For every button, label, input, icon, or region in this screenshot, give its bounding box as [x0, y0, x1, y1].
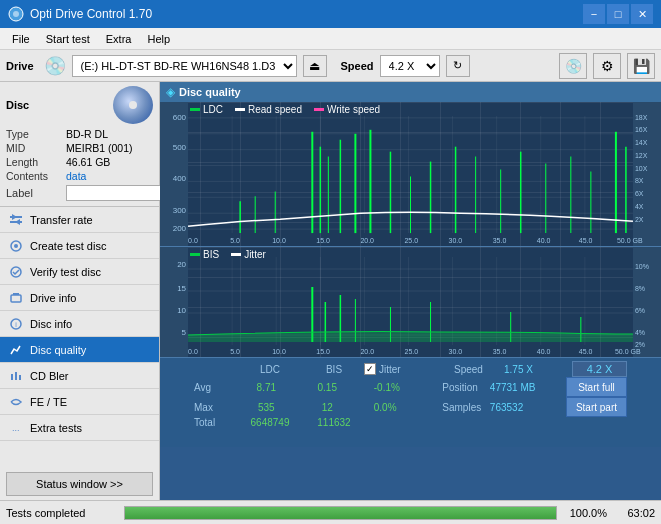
speed-select[interactable]: 4.2 X: [380, 55, 440, 77]
svg-text:35.0: 35.0: [493, 348, 507, 355]
start-full-button[interactable]: Start full: [566, 377, 627, 397]
save-button[interactable]: 💾: [627, 53, 655, 79]
window-title: Opti Drive Control 1.70: [30, 7, 583, 21]
svg-text:300: 300: [173, 206, 187, 215]
stats-samples-value: 763532: [490, 402, 566, 413]
menu-extra[interactable]: Extra: [98, 31, 140, 47]
stats-position-label: Position: [442, 382, 490, 393]
sidebar-item-fe-te[interactable]: FE / TE: [0, 389, 159, 415]
svg-rect-14: [15, 372, 17, 380]
svg-marker-3: [12, 214, 17, 220]
window-controls: − □ ✕: [583, 4, 653, 24]
maximize-button[interactable]: □: [607, 4, 629, 24]
svg-text:6%: 6%: [635, 307, 645, 314]
disc-label-row: Label 🔍: [6, 184, 153, 202]
disc-length-value: 46.61 GB: [66, 156, 110, 168]
minimize-button[interactable]: −: [583, 4, 605, 24]
svg-text:10%: 10%: [635, 263, 649, 270]
svg-text:5: 5: [182, 328, 187, 337]
svg-text:8X: 8X: [635, 177, 644, 184]
stats-total-ldc: 6648749: [236, 417, 304, 428]
svg-text:10X: 10X: [635, 165, 648, 172]
svg-text:10.0: 10.0: [272, 348, 286, 355]
disc-mid-label: MID: [6, 142, 66, 154]
svg-text:15.0: 15.0: [316, 348, 330, 355]
sidebar-navigation: Transfer rate Create test disc Verify te…: [0, 207, 159, 468]
sidebar-item-disc-info[interactable]: i Disc info: [0, 311, 159, 337]
svg-text:6X: 6X: [635, 190, 644, 197]
drive-select[interactable]: (E:) HL-DT-ST BD-RE WH16NS48 1.D3: [72, 55, 297, 77]
stats-ldc-header: LDC: [236, 364, 304, 375]
stats-avg-jitter: -0.1%: [356, 382, 443, 393]
menu-file[interactable]: File: [4, 31, 38, 47]
sidebar-item-verify-test-disc[interactable]: Verify test disc: [0, 259, 159, 285]
disc-contents-value: data: [66, 170, 86, 182]
disc-length-row: Length 46.61 GB: [6, 156, 153, 168]
menu-start-test[interactable]: Start test: [38, 31, 98, 47]
disc-icon: [113, 86, 153, 124]
create-test-icon: [8, 238, 24, 254]
svg-text:25.0: 25.0: [404, 348, 418, 355]
stats-avg-bis: 0.15: [299, 382, 356, 393]
eject-button[interactable]: ⏏: [303, 55, 327, 77]
sidebar-label-verify-test-disc: Verify test disc: [30, 266, 101, 278]
jitter-checkbox[interactable]: ✓: [364, 363, 376, 375]
start-part-button[interactable]: Start part: [566, 397, 627, 417]
disc-label-key: Label: [6, 187, 66, 199]
close-button[interactable]: ✕: [631, 4, 653, 24]
disc-info-icon: i: [8, 316, 24, 332]
svg-rect-10: [13, 293, 19, 295]
svg-point-1: [13, 11, 19, 17]
disc-section: Disc Type BD-R DL MID MEIRB1 (001) Lengt…: [0, 82, 159, 207]
sidebar-item-create-test-disc[interactable]: Create test disc: [0, 233, 159, 259]
svg-text:20: 20: [177, 260, 186, 269]
svg-rect-9: [11, 295, 21, 302]
disc-button[interactable]: 💿: [559, 53, 587, 79]
stats-max-ldc: 535: [234, 402, 299, 413]
disc-quality-icon: [8, 342, 24, 358]
svg-text:25.0: 25.0: [404, 237, 418, 244]
svg-text:5.0: 5.0: [230, 237, 240, 244]
stats-avg-ldc: 8.71: [234, 382, 299, 393]
svg-text:10.0: 10.0: [272, 237, 286, 244]
sidebar-label-transfer-rate: Transfer rate: [30, 214, 93, 226]
chart-title-icon: ◈: [166, 85, 175, 99]
app-icon: [8, 6, 24, 22]
sidebar-label-disc-quality: Disc quality: [30, 344, 86, 356]
status-window-button[interactable]: Status window >>: [6, 472, 153, 496]
sidebar-item-cd-bler[interactable]: CD Bler: [0, 363, 159, 389]
svg-text:...: ...: [12, 423, 20, 433]
drive-label: Drive: [6, 60, 34, 72]
refresh-button[interactable]: ↻: [446, 55, 470, 77]
settings-button[interactable]: ⚙: [593, 53, 621, 79]
svg-text:8%: 8%: [635, 285, 645, 292]
stats-samples-label: Samples: [442, 402, 490, 413]
stats-max-jitter: 0.0%: [356, 402, 443, 413]
sidebar-item-disc-quality[interactable]: Disc quality: [0, 337, 159, 363]
disc-type-value: BD-R DL: [66, 128, 108, 140]
stats-bis-header: BIS: [304, 364, 364, 375]
cd-bler-icon: [8, 368, 24, 384]
svg-text:400: 400: [173, 174, 187, 183]
drive-bar: Drive 💿 (E:) HL-DT-ST BD-RE WH16NS48 1.D…: [0, 50, 661, 82]
sidebar-item-extra-tests[interactable]: ... Extra tests: [0, 415, 159, 441]
svg-rect-15: [19, 375, 21, 380]
svg-text:4X: 4X: [635, 203, 644, 210]
svg-text:20.0: 20.0: [360, 237, 374, 244]
disc-type-label: Type: [6, 128, 66, 140]
svg-text:15: 15: [177, 284, 186, 293]
main-content: Disc Type BD-R DL MID MEIRB1 (001) Lengt…: [0, 82, 661, 500]
sidebar-item-drive-info[interactable]: Drive info: [0, 285, 159, 311]
sidebar-item-transfer-rate[interactable]: Transfer rate: [0, 207, 159, 233]
svg-text:0.0: 0.0: [188, 348, 198, 355]
svg-text:14X: 14X: [635, 139, 648, 146]
svg-text:2X: 2X: [635, 216, 644, 223]
svg-text:200: 200: [173, 224, 187, 233]
menu-bar: File Start test Extra Help: [0, 28, 661, 50]
svg-text:45.0: 45.0: [579, 237, 593, 244]
stats-position-value: 47731 MB: [490, 382, 566, 393]
sidebar-label-cd-bler: CD Bler: [30, 370, 69, 382]
menu-help[interactable]: Help: [139, 31, 178, 47]
stats-speed-header: Speed: [454, 364, 504, 375]
speed-display: 4.2 X: [572, 361, 627, 377]
